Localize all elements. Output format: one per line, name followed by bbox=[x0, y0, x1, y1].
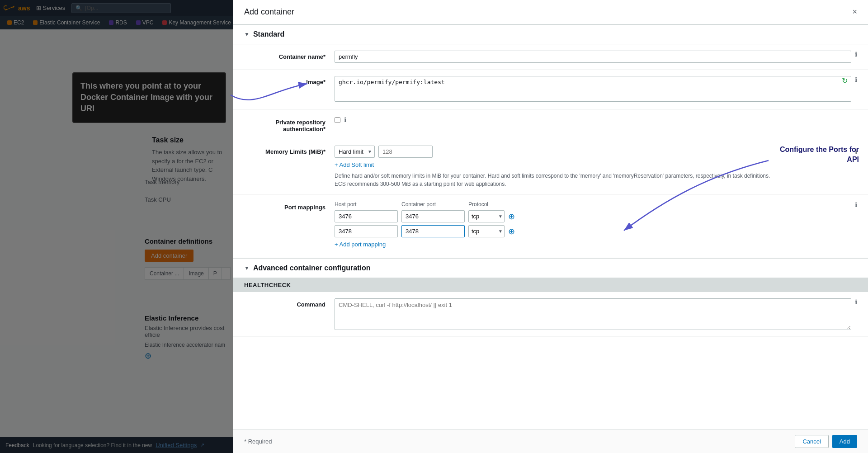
modal-close-button[interactable]: × bbox=[852, 7, 857, 17]
command-label: Command bbox=[244, 298, 335, 308]
add-soft-limit-link[interactable]: + Add Soft limit bbox=[335, 161, 857, 168]
private-repo-checkbox[interactable] bbox=[335, 117, 340, 123]
image-info-icon[interactable]: ℹ bbox=[855, 76, 857, 83]
add-port-mapping-link[interactable]: + Add port mapping bbox=[335, 241, 851, 248]
collapse-icon[interactable]: ▼ bbox=[244, 31, 250, 38]
add-port-row-2-icon[interactable]: ⊕ bbox=[508, 226, 515, 236]
modal-body[interactable]: ▼ Standard Container name* ℹ Image* ghcr… bbox=[233, 24, 868, 453]
protocol-select-wrap-2[interactable]: tcp udp ▼ bbox=[468, 225, 505, 237]
port-row-1: tcp udp ▼ ⊕ bbox=[335, 210, 851, 222]
footer-buttons: Cancel Add bbox=[795, 435, 857, 448]
add-soft-limit-text: + Add Soft limit bbox=[335, 161, 374, 168]
memory-value-input[interactable] bbox=[378, 146, 433, 158]
container-name-input[interactable] bbox=[335, 51, 851, 63]
healthcheck-bar: HEALTHCHECK bbox=[233, 278, 868, 292]
add-container-modal: Add container × ▼ Standard Container nam… bbox=[233, 0, 868, 453]
host-port-1[interactable] bbox=[335, 210, 398, 222]
image-control: ghcr.io/permify/permify:latest ↻ ℹ bbox=[335, 76, 857, 103]
required-note: * Required bbox=[244, 438, 272, 445]
advanced-collapse-icon[interactable]: ▼ bbox=[244, 265, 250, 271]
advanced-section-header[interactable]: ▼ Advanced container configuration bbox=[233, 258, 868, 278]
image-input[interactable]: ghcr.io/permify/permify:latest bbox=[335, 76, 851, 102]
container-name-control: ℹ bbox=[335, 51, 857, 63]
port-info-icon[interactable]: ℹ bbox=[855, 201, 857, 208]
protocol-header: Protocol bbox=[468, 201, 505, 208]
cancel-button[interactable]: Cancel bbox=[795, 435, 828, 448]
image-row: Image* ghcr.io/permify/permify:latest ↻ … bbox=[233, 70, 868, 110]
container-port-1[interactable] bbox=[401, 210, 465, 222]
add-port-mapping-text: + Add port mapping bbox=[335, 241, 386, 248]
host-port-2[interactable] bbox=[335, 225, 398, 237]
host-port-header: Host port bbox=[335, 201, 398, 208]
memory-limits-row: Memory Limits (MiB)* Hard limit Soft lim… bbox=[233, 139, 868, 195]
port-headers: Host port Container port Protocol bbox=[335, 201, 851, 208]
add-port-row-1-icon[interactable]: ⊕ bbox=[508, 212, 515, 222]
modal-header: Add container × bbox=[233, 0, 868, 24]
port-mappings-control: Host port Container port Protocol tcp bbox=[335, 201, 857, 251]
memory-info-icon[interactable]: ℹ bbox=[855, 148, 857, 156]
container-port-2[interactable] bbox=[401, 225, 465, 237]
private-repo-row: Private repository authentication* ℹ bbox=[233, 110, 868, 139]
modal-footer: * Required Cancel Add bbox=[233, 429, 868, 453]
protocol-select-2[interactable]: tcp udp bbox=[468, 225, 505, 237]
memory-help-text: Define hard and/or soft memory limits in… bbox=[335, 172, 857, 188]
memory-limits-control: Hard limit Soft limit ▼ ℹ + Add Soft lim… bbox=[335, 146, 857, 188]
private-repo-label: Private repository authentication* bbox=[244, 116, 335, 132]
container-name-info-icon[interactable]: ℹ bbox=[855, 51, 857, 58]
modal-title: Add container bbox=[244, 7, 294, 17]
add-button[interactable]: Add bbox=[832, 435, 857, 448]
private-repo-control: ℹ bbox=[335, 116, 857, 123]
container-port-header: Container port bbox=[401, 201, 465, 208]
protocol-select-1[interactable]: tcp udp bbox=[468, 210, 505, 222]
container-name-label: Container name* bbox=[244, 51, 335, 60]
command-input[interactable] bbox=[335, 298, 851, 330]
command-row: Command ℹ bbox=[233, 292, 868, 337]
memory-type-select[interactable]: Hard limit Soft limit bbox=[335, 146, 375, 158]
advanced-section-title: Advanced container configuration bbox=[253, 264, 371, 272]
protocol-select-wrap-1[interactable]: tcp udp ▼ bbox=[468, 210, 505, 222]
container-name-row: Container name* ℹ bbox=[233, 44, 868, 70]
standard-section-header[interactable]: ▼ Standard bbox=[233, 24, 868, 44]
command-info-icon[interactable]: ℹ bbox=[855, 298, 857, 306]
refresh-icon[interactable]: ↻ bbox=[842, 76, 848, 85]
command-control: ℹ bbox=[335, 298, 857, 330]
standard-section-title: Standard bbox=[253, 30, 284, 38]
memory-limits-label: Memory Limits (MiB)* bbox=[244, 146, 335, 155]
memory-type-select-wrap[interactable]: Hard limit Soft limit ▼ bbox=[335, 146, 375, 158]
private-repo-info-icon[interactable]: ℹ bbox=[344, 116, 346, 123]
port-mappings-label: Port mappings bbox=[244, 201, 335, 211]
port-row-2: tcp udp ▼ ⊕ bbox=[335, 225, 851, 237]
port-mappings-row: Port mappings Host port Container port P… bbox=[233, 195, 868, 258]
image-label: Image* bbox=[244, 76, 335, 85]
healthcheck-label: HEALTHCHECK bbox=[244, 282, 291, 288]
